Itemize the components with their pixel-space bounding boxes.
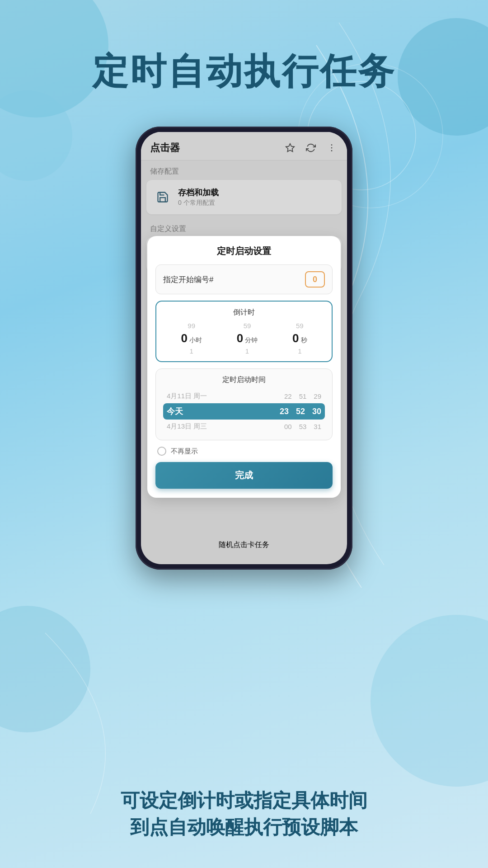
side-button-power — [352, 190, 352, 208]
seconds-main: 0 秒 — [292, 331, 307, 345]
time-column-minutes: 59 0 分钟 1 — [237, 322, 258, 355]
bottom-caption-line2: 到点自动唤醒执行预设脚本 — [130, 816, 358, 838]
countdown-box: 倒计时 99 0 小时 1 59 — [155, 301, 333, 362]
schedule-date-1: 今天 — [167, 406, 216, 417]
schedule-time-0-2: 29 — [314, 392, 321, 400]
seconds-value[interactable]: 0 — [292, 331, 299, 345]
bg-decoration-5 — [0, 606, 90, 732]
schedule-box: 定时启动时间 4月11日 周一 22 51 29 今天 — [155, 368, 333, 440]
bottom-caption: 可设定倒计时或指定具体时间 到点自动唤醒执行预设脚本 — [0, 788, 488, 841]
schedule-time-2-0: 00 — [284, 423, 292, 430]
hours-below: 1 — [189, 347, 193, 355]
phone-frame: 点击器 — [136, 127, 352, 570]
side-button-volume — [136, 208, 136, 235]
bottom-partial-text: 随机点击卡任务 — [219, 541, 269, 548]
schedule-time-0-1: 51 — [299, 392, 307, 400]
main-title: 定时自动执行任务 — [0, 50, 488, 93]
modal-title: 定时启动设置 — [155, 245, 333, 257]
seconds-above: 59 — [296, 322, 304, 330]
seconds-unit: 秒 — [301, 336, 307, 344]
bottom-partial: 随机点击卡任务 — [141, 540, 347, 550]
hours-main: 0 小时 — [181, 331, 202, 345]
checkbox-label: 不再显示 — [171, 447, 198, 456]
schedule-title: 定时启动时间 — [163, 375, 325, 385]
modal-card: 定时启动设置 指定开始编号# 0 倒计时 99 0 — [147, 236, 341, 498]
time-column-hours: 99 0 小时 1 — [181, 322, 202, 355]
schedule-time-2-1: 53 — [299, 423, 307, 430]
minutes-main: 0 分钟 — [237, 331, 258, 345]
schedule-time-0-0: 22 — [284, 392, 292, 400]
schedule-times-0: 22 51 29 — [284, 392, 321, 400]
schedule-time-2-2: 31 — [314, 423, 321, 430]
hours-above: 99 — [188, 322, 195, 330]
phone-wrapper: 点击器 — [136, 127, 352, 570]
side-button-volume-right — [352, 217, 352, 253]
schedule-row-1[interactable]: 今天 23 52 30 — [163, 403, 325, 420]
minutes-unit: 分钟 — [245, 336, 258, 344]
checkbox-row[interactable]: 不再显示 — [155, 447, 333, 456]
schedule-time-1-0: 23 — [280, 407, 289, 416]
checkbox-circle[interactable] — [157, 447, 166, 456]
schedule-row-2[interactable]: 4月13日 周三 00 53 31 — [163, 420, 325, 434]
countdown-title: 倒计时 — [164, 308, 324, 317]
start-number-row[interactable]: 指定开始编号# 0 — [155, 264, 333, 294]
schedule-date-2: 4月13日 周三 — [167, 422, 216, 431]
start-number-label: 指定开始编号# — [163, 274, 213, 285]
seconds-below: 1 — [298, 347, 301, 355]
start-number-value[interactable]: 0 — [305, 271, 325, 288]
hours-unit: 小时 — [189, 336, 202, 344]
schedule-date-0: 4月11日 周一 — [167, 392, 216, 401]
done-button[interactable]: 完成 — [155, 462, 333, 489]
schedule-time-1-2: 30 — [312, 407, 321, 416]
minutes-above: 59 — [244, 322, 251, 330]
schedule-row-0[interactable]: 4月11日 周一 22 51 29 — [163, 389, 325, 403]
phone-screen: 点击器 — [141, 132, 347, 564]
time-picker-row: 99 0 小时 1 59 0 分钟 — [164, 322, 324, 355]
bg-decoration-4 — [371, 615, 488, 787]
minutes-value[interactable]: 0 — [237, 331, 243, 345]
bottom-caption-line1: 可设定倒计时或指定具体时间 — [121, 790, 367, 811]
minutes-below: 1 — [245, 347, 249, 355]
schedule-times-2: 00 53 31 — [284, 423, 321, 430]
schedule-times-1: 23 52 30 — [280, 407, 321, 416]
time-column-seconds: 59 0 秒 1 — [292, 322, 307, 355]
hours-value[interactable]: 0 — [181, 331, 187, 345]
schedule-time-1-1: 52 — [296, 407, 305, 416]
